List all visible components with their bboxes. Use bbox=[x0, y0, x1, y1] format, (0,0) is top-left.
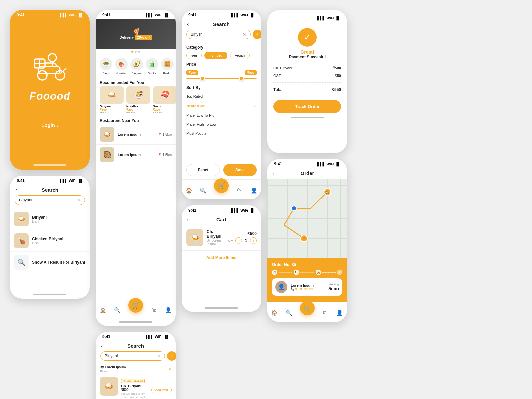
cart-header: ‹ Cart bbox=[182, 214, 261, 225]
battery-icon: ▐▌ bbox=[335, 16, 340, 20]
slider-thumb-max[interactable] bbox=[239, 76, 244, 81]
add-item-button-1[interactable]: Add Item bbox=[151, 387, 172, 393]
filter-actions: Reset Save bbox=[182, 161, 261, 179]
status-bar-suggestions: 9:41 ▌▌▌ WiFi ▐▌ bbox=[10, 176, 90, 184]
app-logo: Fooood bbox=[29, 90, 70, 102]
nav-home[interactable]: 🏠 bbox=[99, 306, 107, 314]
recommend-sushi[interactable]: 🍣 Sushi ₹200 Behroo's bbox=[153, 86, 176, 114]
slider-thumb-min[interactable] bbox=[200, 76, 205, 81]
filter-icon-button[interactable]: ⚡ bbox=[253, 30, 261, 39]
progress-step-4: ✓ bbox=[337, 270, 342, 275]
sortby-price-high-low[interactable]: Price: High To Low bbox=[186, 120, 257, 129]
search-input-results[interactable] bbox=[105, 354, 155, 358]
sortby-price-low-high[interactable]: Price: Low To High bbox=[186, 111, 257, 120]
svg-point-8 bbox=[38, 71, 47, 80]
search-suggestions-header: ‹ Search bbox=[10, 184, 90, 195]
progress-step-2: 🍳 bbox=[294, 270, 299, 275]
hero-dots bbox=[96, 51, 176, 53]
sortby-most-popular[interactable]: Most Popular bbox=[186, 129, 257, 138]
save-button[interactable]: Save bbox=[223, 164, 257, 176]
progress-step-1: 📋 bbox=[272, 270, 277, 275]
recommended-title: Recommended For You bbox=[96, 78, 176, 86]
sortby-top-rated[interactable]: Top Rated bbox=[186, 92, 257, 101]
category-drinks[interactable]: 🧃 Drinks bbox=[146, 58, 158, 75]
signal-icon: ▌▌▌ bbox=[146, 13, 153, 17]
result-item-ch-biriyani-1[interactable]: 🍛 ⭐ BEST SELLER Ch. Biriyani ₹500 Foo Do… bbox=[100, 374, 172, 399]
cart-screen: 9:41 ▌▌▌ WiFi ▐▌ ‹ Cart 🍛 Ch. Biriyani B… bbox=[182, 205, 261, 312]
track-order-button[interactable]: Track Order bbox=[273, 100, 341, 113]
nav-profile[interactable]: 👤 bbox=[250, 187, 258, 194]
restaurant-item-2[interactable]: 🥘 Lorem ipsum 📍1.5km bbox=[96, 145, 176, 165]
nav-search[interactable]: 🔍 bbox=[200, 187, 207, 194]
category-fast[interactable]: 🍔 Fast... bbox=[161, 58, 174, 75]
suggestion-item-show-all[interactable]: 🔍 Show All Result For Biriyani bbox=[10, 252, 90, 273]
home-indicator bbox=[205, 307, 238, 309]
order-progress: 📋 🍳 🛵 ✓ bbox=[272, 270, 342, 275]
clear-icon[interactable]: ✕ bbox=[77, 198, 81, 203]
nav-orders[interactable]: 🛍 bbox=[236, 187, 243, 194]
nav-search[interactable]: 🔍 bbox=[285, 309, 293, 316]
clear-icon[interactable]: ✕ bbox=[157, 353, 161, 359]
chip-nonveg[interactable]: non-veg bbox=[204, 52, 227, 59]
status-bar-order: 9:41 ▌▌▌ WiFi ▐▌ bbox=[267, 159, 347, 168]
nav-cart-center[interactable]: 🛒 bbox=[214, 178, 229, 193]
payment-details: Ch. Biriyani ₹500 GST ₹50 Total ₹550 bbox=[273, 65, 341, 97]
nav-cart-center[interactable]: 🛒 bbox=[128, 298, 143, 313]
category-chips: veg non-veg vegan bbox=[186, 52, 257, 59]
nav-orders[interactable]: 🛍 bbox=[322, 309, 329, 316]
nav-orders[interactable]: 🛍 bbox=[150, 306, 158, 314]
category-nonveg[interactable]: 🍖 Non-Veg bbox=[115, 58, 128, 75]
suggestion-item-biriyani[interactable]: 🍛 Biriyani Dish bbox=[10, 208, 90, 230]
recommend-noodles[interactable]: 🍜 Noodles ₹200 Behroo's bbox=[126, 86, 150, 114]
nav-home[interactable]: 🏠 bbox=[271, 309, 278, 316]
bottom-nav-filter: 🏠 🔍 🛒 🛍 👤 bbox=[182, 179, 261, 200]
nav-cart-center[interactable]: 🛒 bbox=[300, 301, 315, 315]
reset-button[interactable]: Reset bbox=[186, 164, 220, 176]
price-label: Price bbox=[186, 62, 257, 66]
signal-icon: ▌▌▌ bbox=[231, 13, 239, 17]
screen-title: Search bbox=[42, 187, 58, 193]
filter-button[interactable]: ⚡ bbox=[167, 351, 176, 361]
back-button[interactable]: ‹ bbox=[187, 21, 189, 27]
back-button[interactable]: ‹ bbox=[101, 343, 103, 349]
qty-increase[interactable]: + bbox=[250, 237, 257, 244]
home-indicator bbox=[291, 117, 324, 118]
signal-icon: ▌▌▌ bbox=[317, 16, 325, 20]
battery-icon: ▐▌ bbox=[249, 13, 255, 17]
back-button[interactable]: ‹ bbox=[187, 217, 189, 223]
add-more-button[interactable]: Add More Items bbox=[182, 251, 261, 265]
nav-search[interactable]: 🔍 bbox=[114, 306, 121, 314]
price-slider[interactable]: ₹200 ₹500 bbox=[186, 68, 257, 83]
recommended-row: 🍛 Biriyani ₹500 Behroo's 🍜 Noodles ₹200 … bbox=[96, 86, 176, 116]
back-button[interactable]: ‹ bbox=[15, 187, 17, 193]
home-indicator bbox=[33, 164, 66, 166]
category-label: Category bbox=[186, 45, 257, 50]
order-screen: 9:41 ▌▌▌ WiFi ▐▌ ‹ Order bbox=[267, 159, 347, 322]
order-bottom: Order No. 85 📋 🍳 🛵 ✓ 👤 Lorem Ipsum 📞 999… bbox=[267, 258, 347, 302]
sortby-nearest-me[interactable]: Nearest Me ✓ bbox=[186, 101, 257, 111]
category-veg[interactable]: 🥗 Veg bbox=[100, 58, 112, 75]
back-button[interactable]: ‹ bbox=[273, 170, 274, 176]
chip-vegan[interactable]: vegan bbox=[230, 52, 250, 59]
restaurant-item-1[interactable]: 🍛 Lorem ipsum 📍1.5km bbox=[96, 124, 176, 145]
suggestion-item-chicken-biriyani[interactable]: 🍗 Chicken Biriyani Dish bbox=[10, 230, 90, 252]
login-button[interactable]: Login › bbox=[41, 122, 59, 129]
nav-profile[interactable]: 👤 bbox=[336, 309, 343, 316]
category-vegan[interactable]: 🥑 Vegan bbox=[130, 58, 143, 75]
chip-veg[interactable]: veg bbox=[186, 52, 202, 59]
signal-icon: ▌▌▌ bbox=[60, 179, 67, 183]
status-bar-cart: 9:41 ▌▌▌ WiFi ▐▌ bbox=[182, 205, 261, 214]
nav-home[interactable]: 🏠 bbox=[185, 187, 193, 194]
search-input-suggestions[interactable] bbox=[19, 198, 75, 202]
qty-decrease[interactable]: − bbox=[235, 237, 242, 244]
nav-profile[interactable]: 👤 bbox=[165, 306, 172, 314]
search-input-filter[interactable] bbox=[191, 32, 240, 37]
more-button[interactable]: ›› bbox=[169, 366, 172, 372]
recommend-biriyani[interactable]: 🍛 Biriyani ₹500 Behroo's bbox=[100, 86, 124, 114]
driver-avatar: 👤 bbox=[275, 281, 287, 293]
clear-icon[interactable]: ✕ bbox=[242, 32, 246, 37]
filter-section: Category veg non-veg vegan Price ₹200 ₹5… bbox=[182, 42, 261, 161]
bottom-nav-order: 🏠 🔍 🛒 🛍 👤 bbox=[267, 302, 347, 322]
map-area: 🏠 📍 bbox=[267, 179, 347, 258]
wifi-icon: WiFi bbox=[69, 179, 76, 183]
